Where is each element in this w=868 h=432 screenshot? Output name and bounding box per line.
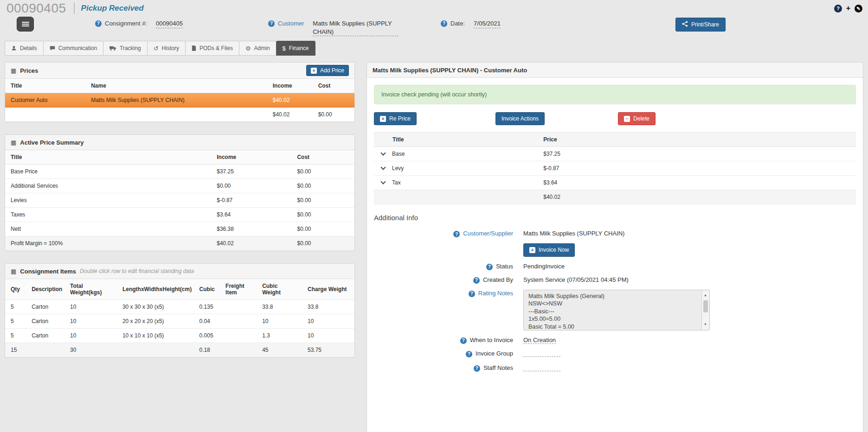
help-icon[interactable]: ? — [834, 5, 842, 13]
invoice-now-label: Invoice Now — [539, 247, 569, 253]
staff-notes-editable[interactable] — [523, 364, 560, 371]
question-icon[interactable]: ? — [469, 291, 475, 297]
invoice-now-button[interactable]: + Invoice Now — [523, 243, 575, 256]
tab-label: Tracking — [120, 45, 141, 51]
breakdown-price: $3.64 — [538, 176, 856, 190]
plus-icon: + — [311, 68, 317, 74]
chevron-down-icon[interactable] — [380, 179, 386, 184]
summary-row: Base Price $37.25 $0.00 — [5, 165, 354, 179]
consignment-label: Consignment #: — [105, 19, 147, 28]
column-header: Cost — [313, 79, 354, 93]
user-icon — [11, 45, 17, 51]
tab-finance[interactable]: $ Finance — [276, 41, 315, 56]
invoice-panel-header: Matts Milk Supplies (SUPPLY CHAIN) - Cus… — [367, 63, 863, 78]
table-icon: ▦ — [11, 268, 16, 275]
item-row[interactable]: 5 Carton 10 20 x 20 x 20 (x5) 0.04 10 10 — [5, 314, 354, 329]
breakdown-total: $40.02 — [538, 190, 856, 204]
breakdown-title: Base — [392, 151, 405, 157]
scrollbar-thumb[interactable] — [703, 300, 708, 312]
question-icon[interactable]: ? — [473, 277, 480, 284]
column-header: LengthxWidthxHeight(cm) — [117, 279, 194, 300]
minus-icon: − — [624, 116, 630, 122]
status-value: PendingInvoice — [523, 262, 565, 270]
column-header: Total Weight(kgs) — [64, 279, 117, 300]
scroll-down-icon[interactable]: ▼ — [704, 321, 707, 329]
invoice-group-label: Invoice Group — [476, 350, 513, 357]
question-icon[interactable]: ? — [474, 365, 480, 372]
consignment-field: ? Consignment #: 00090405 — [95, 19, 183, 28]
additional-info-heading: Additional Info — [374, 214, 856, 222]
tab-admin[interactable]: ⚙ Admin — [239, 41, 276, 56]
question-icon[interactable]: ? — [441, 20, 447, 27]
edit-icon[interactable]: ✎ — [855, 5, 862, 13]
panel-title: Active Price Summary — [20, 139, 84, 146]
tab-label: Communication — [58, 45, 97, 51]
tab-details[interactable]: Details — [5, 41, 44, 56]
column-header: Income — [211, 150, 291, 165]
question-icon[interactable]: ? — [268, 20, 275, 27]
add-icon[interactable]: + — [844, 5, 852, 13]
add-price-button[interactable]: + Add Price — [306, 65, 349, 76]
invoice-check-alert: Invoice check pending (will occur shortl… — [374, 85, 856, 104]
cell-cost — [313, 93, 354, 108]
item-row[interactable]: 5 Carton 10 10 x 10 x 10 (x5) 0.005 1.3 … — [5, 329, 354, 343]
re-price-label: Re Price — [389, 115, 411, 122]
menu-button[interactable] — [17, 17, 34, 32]
price-breakdown-total-row: $40.02 — [374, 190, 856, 204]
price-breakdown-row[interactable]: Levy $-0.87 — [374, 161, 856, 176]
question-icon[interactable]: ? — [453, 231, 460, 237]
cell-income: $40.02 — [267, 93, 313, 108]
customer-supplier-label[interactable]: Customer/Supplier — [463, 230, 513, 237]
tab-label: Admin — [254, 45, 270, 51]
consignment-number-editable[interactable]: 00090405 — [156, 19, 183, 28]
invoice-group-editable[interactable] — [523, 350, 560, 357]
invoice-actions-button[interactable]: Invoice Actions — [495, 112, 545, 125]
hamburger-icon — [22, 21, 29, 27]
chevron-down-icon[interactable] — [380, 151, 386, 156]
tab-tracking[interactable]: Tracking — [103, 41, 148, 56]
tab-label: History — [162, 45, 179, 51]
consignment-items-table: Qty Description Total Weight(kgs) Length… — [5, 279, 354, 357]
customer-label[interactable]: Customer — [278, 19, 304, 28]
item-row[interactable]: 5 Carton 10 30 x 30 x 30 (x5) 0.135 33.8… — [5, 300, 354, 314]
customer-supplier-row: ? Customer/Supplier Matts Milk Supplies … — [374, 229, 856, 237]
rating-notes-label[interactable]: Rating Notes — [478, 290, 513, 297]
tab-communication[interactable]: Communication — [43, 41, 103, 56]
chevron-down-icon[interactable] — [380, 165, 386, 170]
question-icon[interactable]: ? — [486, 264, 493, 270]
prices-panel-header: ▦ Prices + Add Price — [5, 63, 354, 79]
table-icon: ▦ — [11, 139, 16, 146]
summary-total-row: Profit Margin = 100% $40.02 $0.00 — [5, 236, 354, 251]
question-icon[interactable]: ? — [466, 351, 472, 357]
table-header-row: Title Income Cost — [5, 150, 354, 165]
column-header: Price — [538, 133, 856, 147]
rating-notes-row: ? Rating Notes Matts Milk Supplies (Gene… — [374, 289, 856, 330]
table-header-row: Qty Description Total Weight(kgs) Length… — [5, 279, 354, 300]
toolbar: ? Consignment #: 00090405 ? Customer Mat… — [0, 16, 868, 41]
right-column: Matts Milk Supplies (SUPPLY CHAIN) - Cus… — [366, 62, 863, 432]
when-to-invoice-editable[interactable]: On Creation — [523, 337, 556, 344]
column-header: Title — [5, 150, 211, 165]
customer-editable[interactable]: Matts Milk Supplies (SUPPLY CHAIN) — [313, 19, 399, 36]
price-row-selected[interactable]: Customer Auto Matts Milk Supplies (SUPPL… — [5, 93, 354, 108]
date-editable[interactable]: 7/05/2021 — [474, 19, 501, 28]
print-share-button[interactable]: Print/Share — [675, 18, 726, 32]
delete-button[interactable]: − Delete — [618, 112, 656, 125]
scroll-up-icon[interactable]: ▲ — [704, 292, 707, 299]
tab-pods-files[interactable]: PODs & Files — [185, 41, 239, 56]
invoice-price-table: Title Price Base $37.25 Levy $-0.87 — [374, 132, 856, 204]
tab-label: Details — [20, 45, 37, 51]
column-header: Cubic Weight — [257, 279, 302, 300]
price-breakdown-row[interactable]: Base $37.25 — [374, 147, 856, 161]
when-to-invoice-label: When to Invoice — [470, 337, 513, 344]
tab-history[interactable]: ↺ History — [147, 41, 186, 56]
scrollbar[interactable]: ▲ ▼ — [701, 291, 709, 330]
invoice-now-row: + Invoice Now — [374, 242, 856, 256]
price-breakdown-row[interactable]: Tax $3.64 — [374, 176, 856, 190]
question-icon[interactable]: ? — [460, 337, 467, 344]
delete-label: Delete — [633, 115, 649, 122]
re-price-button[interactable]: + Re Price — [374, 112, 417, 125]
header-actions: ? + ✎ — [834, 5, 862, 13]
active-price-summary-panel: ▦ Active Price Summary Title Income Cost… — [5, 134, 355, 251]
question-icon[interactable]: ? — [95, 20, 102, 27]
